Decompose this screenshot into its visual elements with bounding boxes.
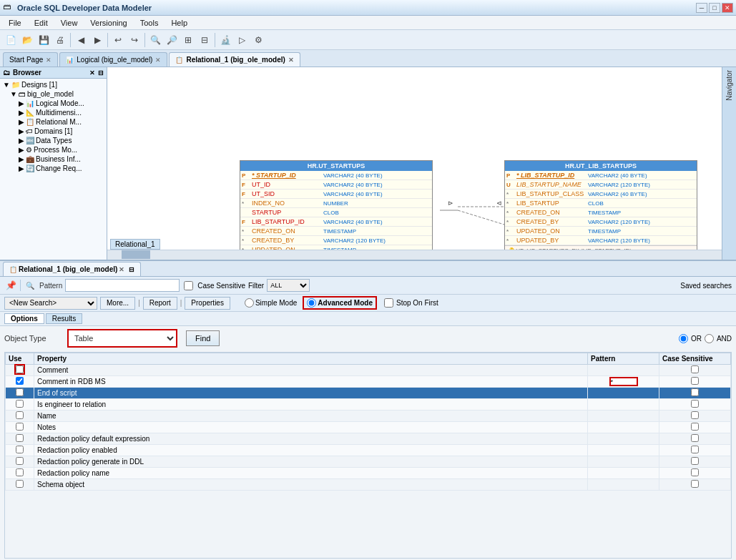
use-checkbox[interactable]: [16, 423, 24, 431]
table-row[interactable]: *LIB_STARTUP_CLASSVARCHAR2 (40 BYTE): [505, 190, 697, 199]
diagram-horizontal-scrollbar[interactable]: [107, 250, 726, 260]
case-sensitive-checkbox-cell[interactable]: [691, 388, 699, 396]
hscroll-thumb[interactable]: [122, 250, 150, 259]
table-row[interactable]: Redaction policy default expression: [6, 433, 731, 445]
table-row[interactable]: Name: [6, 411, 731, 422]
case-sensitive-checkbox-cell[interactable]: [691, 377, 699, 385]
advanced-mode-radio[interactable]: [307, 298, 316, 308]
new-search-select[interactable]: <New Search>: [4, 297, 97, 310]
case-sensitive-cell[interactable]: [659, 399, 731, 411]
debug-button[interactable]: ⚙: [250, 32, 266, 48]
case-sensitive-cell[interactable]: [659, 376, 731, 388]
pattern-cell[interactable]: [588, 399, 659, 411]
tree-big-ole-model[interactable]: ▼ 🗃 big_ole_model: [1, 89, 105, 99]
use-cell[interactable]: [6, 468, 34, 479]
tab-start-page[interactable]: Start Page ✕: [3, 52, 58, 67]
tree-process[interactable]: ▶ ⚙ Process Mo...: [1, 145, 105, 154]
case-sensitive-cell[interactable]: [659, 445, 731, 456]
simple-mode-radio[interactable]: [245, 298, 254, 308]
menu-view[interactable]: View: [55, 18, 84, 28]
menu-versioning[interactable]: Versioning: [84, 18, 132, 28]
pattern-cell[interactable]: [588, 479, 659, 491]
diagram-tab-label[interactable]: Relational_1: [110, 239, 160, 250]
forward-button[interactable]: ▶: [89, 32, 105, 48]
table-row[interactable]: *INDEX_NONUMBER: [240, 199, 432, 208]
minimize-bottom-icon[interactable]: ⊟: [129, 266, 134, 273]
pattern-cell[interactable]: [588, 388, 659, 399]
use-checkbox[interactable]: [16, 400, 24, 408]
more-button[interactable]: More...: [100, 297, 135, 310]
tab-relational-close[interactable]: ✕: [288, 57, 294, 64]
pattern-cell[interactable]: [588, 365, 659, 376]
table-row[interactable]: FUT_SIDVARCHAR2 (40 BYTE): [240, 190, 432, 199]
report-button[interactable]: Report: [143, 297, 177, 310]
table-row[interactable]: Schema object: [6, 479, 731, 491]
table-row[interactable]: *LIB_STARTUPCLOB: [505, 199, 697, 208]
pattern-input-cell[interactable]: [609, 377, 638, 386]
bottom-tab-relational[interactable]: 📋 Relational_1 (big_ole_model) ✕ ⊟: [3, 262, 141, 276]
use-checkbox[interactable]: [16, 377, 24, 385]
case-sensitive-checkbox-cell[interactable]: [691, 468, 699, 476]
restore-button[interactable]: □: [709, 3, 720, 13]
table-hr-ut-lib-startups[interactable]: HR.UT_LIB_STARTUPS P* LIB_STARTUP_IDVARC…: [504, 160, 697, 260]
table-hr-ut-startups[interactable]: HR.UT_STARTUPS P* STARTUP_IDVARCHAR2 (40…: [240, 160, 433, 260]
table-row[interactable]: Comment: [6, 365, 731, 376]
use-checkbox[interactable]: [16, 457, 24, 465]
case-sensitive-checkbox-cell[interactable]: [691, 411, 699, 419]
pattern-cell[interactable]: [588, 411, 659, 422]
pattern-cell[interactable]: [588, 422, 659, 433]
open-button[interactable]: 📂: [19, 32, 35, 48]
case-sensitive-checkbox-cell[interactable]: [691, 434, 699, 442]
pin-button[interactable]: 📌: [4, 279, 17, 292]
object-type-select[interactable]: Table View Column: [69, 330, 176, 346]
case-sensitive-checkbox-cell[interactable]: [691, 446, 699, 453]
pattern-cell[interactable]: [588, 433, 659, 445]
stop-on-first-checkbox[interactable]: [384, 298, 393, 308]
tree-business[interactable]: ▶ 💼 Business Inf...: [1, 154, 105, 164]
case-sensitive-cell[interactable]: [659, 388, 731, 399]
case-sensitive-checkbox-cell[interactable]: [691, 400, 699, 408]
bottom-tab-close[interactable]: ✕: [119, 266, 124, 273]
case-sensitive-checkbox-cell[interactable]: [691, 480, 699, 488]
use-cell[interactable]: [6, 479, 34, 491]
minimize-button[interactable]: ─: [696, 3, 707, 13]
menu-edit[interactable]: Edit: [29, 18, 54, 28]
use-cell[interactable]: [6, 433, 34, 445]
tree-datatypes[interactable]: ▶ 🔤 Data Types: [1, 136, 105, 145]
find-button[interactable]: Find: [186, 330, 220, 346]
tab-logical[interactable]: 📊 Logical (big_ole_model) ✕: [59, 52, 167, 67]
table-row[interactable]: *CREATED_BYVARCHAR2 (120 BYTE): [505, 217, 697, 227]
case-sensitive-checkbox-cell[interactable]: [691, 423, 699, 431]
table-row[interactable]: *UPDATED_ONTIMESTAMP: [505, 227, 697, 236]
tree-logical[interactable]: ▶ 📊 Logical Mode...: [1, 99, 105, 108]
table-row[interactable]: Redaction policy generate in DDL: [6, 456, 731, 468]
navigator-label[interactable]: Navigator: [725, 70, 733, 101]
use-cell[interactable]: [6, 411, 34, 422]
diagram-scroll[interactable]: ⊳ ⊲ HR.UT_STARTUPS P* STARTUP_IDVARCHAR2…: [107, 67, 736, 260]
search-icon-btn[interactable]: 🔍: [24, 279, 36, 292]
zoom-reset-button[interactable]: ⊟: [197, 32, 212, 48]
table-row[interactable]: *CREATED_BYVARCHAR2 (120 BYTE): [240, 236, 432, 245]
case-sensitive-checkbox-cell[interactable]: [691, 365, 699, 373]
tree-relational[interactable]: ▶ 📋 Relational M...: [1, 117, 105, 127]
tab-logical-close[interactable]: ✕: [155, 57, 161, 64]
menu-file[interactable]: File: [3, 18, 27, 28]
tree-domains[interactable]: ▶ 🏷 Domains [1]: [1, 127, 105, 136]
redo-button[interactable]: ↪: [127, 32, 142, 48]
use-checkbox[interactable]: [16, 388, 24, 396]
close-button[interactable]: ✕: [722, 3, 733, 13]
use-cell[interactable]: [6, 376, 34, 388]
or-radio[interactable]: [679, 334, 688, 343]
menu-tools[interactable]: Tools: [134, 18, 165, 28]
new-button[interactable]: 📄: [3, 32, 19, 48]
print-button[interactable]: 🖨: [52, 32, 68, 48]
pattern-input[interactable]: [65, 279, 180, 292]
table-row[interactable]: Comment in RDB MS: [6, 376, 731, 388]
use-checkbox[interactable]: [16, 468, 24, 476]
tab-start-page-close[interactable]: ✕: [46, 57, 51, 64]
pattern-cell[interactable]: [588, 376, 659, 388]
case-sensitive-checkbox-cell[interactable]: [691, 457, 699, 465]
case-sensitive-cell[interactable]: [659, 422, 731, 433]
use-cell[interactable]: [6, 456, 34, 468]
tree-change-req[interactable]: ▶ 🔄 Change Req...: [1, 164, 105, 173]
